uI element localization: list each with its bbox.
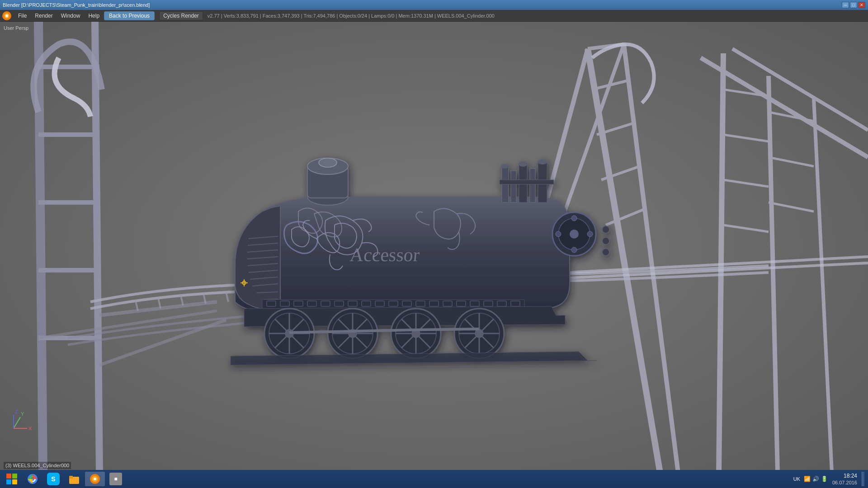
svg-rect-146: [69, 476, 73, 479]
tray-clock[interactable]: 18:24 06.07.2016: [830, 472, 860, 486]
language-indicator[interactable]: UK: [792, 476, 802, 482]
taskbar-unknown[interactable]: ■: [106, 472, 126, 486]
svg-rect-115: [500, 180, 554, 184]
svg-point-125: [602, 249, 609, 256]
svg-point-122: [587, 231, 593, 237]
svg-point-118: [570, 230, 579, 239]
menu-help[interactable]: Help: [85, 11, 103, 20]
svg-line-105: [353, 330, 416, 331]
menu-window[interactable]: Window: [57, 11, 84, 20]
render-engine-selector[interactable]: Cycles Render: [159, 11, 203, 20]
back-to-previous-button[interactable]: Back to Previous: [104, 11, 155, 20]
close-button[interactable]: ✕: [858, 2, 865, 8]
svg-rect-138: [6, 474, 11, 479]
perspective-label: User Persp: [4, 25, 28, 31]
tray-network-icon[interactable]: 📶: [804, 476, 811, 482]
start-button[interactable]: [2, 472, 22, 486]
svg-line-104: [289, 331, 353, 333]
system-tray: UK 📶 🔊 🔋 18:24 06.07.2016: [790, 472, 866, 486]
taskbar-explorer[interactable]: [64, 472, 84, 486]
maximize-button[interactable]: □: [850, 2, 857, 8]
minimize-button[interactable]: ─: [842, 2, 849, 8]
title-bar-left: Blender [D:\PROJECTS\Steam_Punk_train\bl…: [3, 2, 150, 8]
svg-point-2: [5, 14, 8, 17]
svg-point-124: [602, 237, 609, 244]
svg-point-123: [602, 226, 609, 233]
viewport-3d[interactable]: Accessor: [0, 22, 868, 473]
info-bar: v2.77 | Verts:3,833,791 | Faces:3,747,39…: [204, 13, 866, 19]
svg-text:Z: Z: [15, 409, 18, 414]
taskbar-blender[interactable]: [85, 472, 105, 486]
svg-point-45: [319, 158, 337, 167]
blender-logo-icon[interactable]: [2, 11, 12, 21]
svg-point-121: [556, 231, 561, 237]
svg-rect-112: [530, 169, 535, 202]
svg-line-106: [416, 329, 479, 330]
svg-text:Y: Y: [21, 411, 24, 417]
svg-rect-141: [12, 479, 17, 484]
menu-bar: File Render Window Help Back to Previous…: [0, 10, 868, 22]
taskbar: S ■ UK 📶: [0, 470, 868, 488]
time-display: 18:24: [832, 472, 857, 480]
svg-text:Accessor: Accessor: [349, 244, 420, 265]
svg-point-111: [519, 161, 528, 167]
title-bar-title: Blender [D:\PROJECTS\Steam_Punk_train\bl…: [3, 2, 150, 8]
title-bar-controls: ─ □ ✕: [842, 2, 865, 8]
menu-file[interactable]: File: [14, 11, 30, 20]
svg-rect-139: [12, 474, 17, 479]
svg-line-4: [38, 22, 43, 473]
svg-point-149: [94, 478, 96, 480]
svg-point-114: [538, 159, 547, 164]
svg-rect-109: [511, 171, 516, 202]
menu-render[interactable]: Render: [31, 11, 56, 20]
svg-text:X: X: [28, 426, 32, 431]
svg-point-120: [571, 247, 577, 253]
taskbar-chrome[interactable]: [23, 472, 42, 486]
show-desktop-btn[interactable]: [862, 472, 864, 486]
date-display: 06.07.2016: [832, 480, 857, 486]
tray-volume-icon[interactable]: 🔊: [812, 476, 819, 482]
svg-point-108: [501, 164, 509, 169]
svg-point-119: [571, 216, 577, 221]
title-bar: Blender [D:\PROJECTS\Steam_Punk_train\bl…: [0, 0, 868, 10]
selection-info: (3) WEELS.004_Cylinder000: [4, 462, 71, 469]
scene-svg: Accessor: [0, 22, 868, 473]
tray-battery-icon[interactable]: 🔋: [821, 476, 828, 482]
svg-rect-140: [6, 479, 11, 484]
taskbar-skype[interactable]: S: [43, 472, 63, 486]
